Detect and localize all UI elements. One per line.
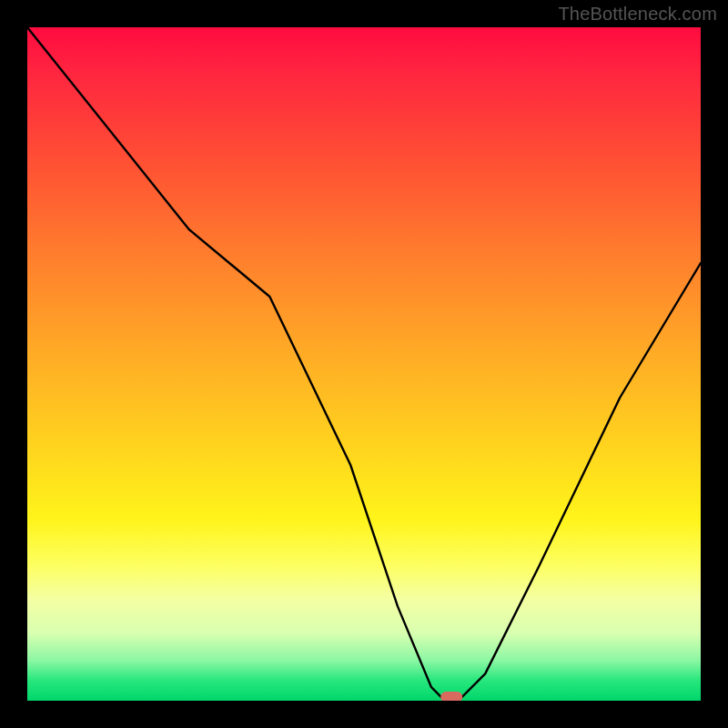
chart-container: TheBottleneck.com [0,0,728,728]
curve-layer [27,27,701,701]
plot-area [27,27,701,701]
bottleneck-curve-line [27,27,701,701]
optimal-point-marker [440,692,462,701]
watermark-text: TheBottleneck.com [558,4,717,25]
